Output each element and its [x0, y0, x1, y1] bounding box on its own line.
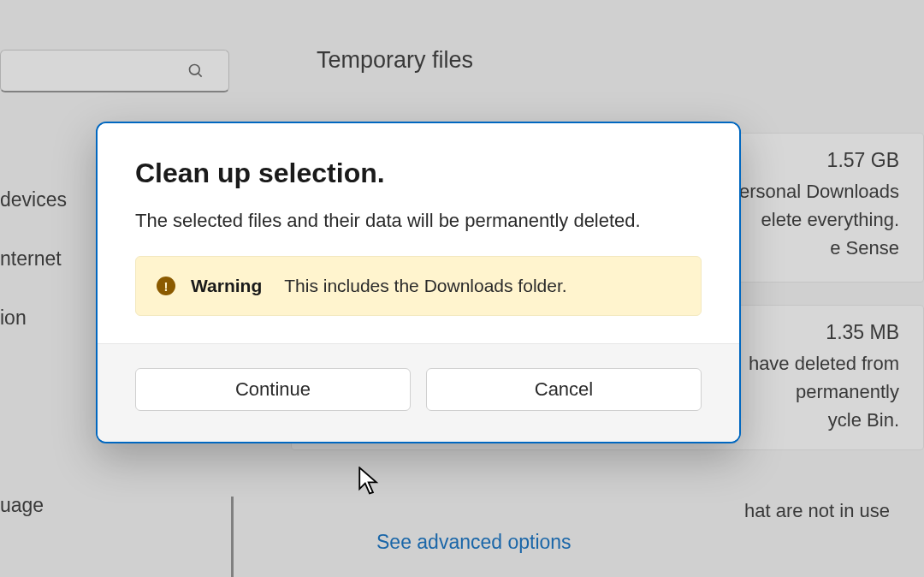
dialog-footer: Continue Cancel — [98, 343, 739, 442]
dialog-message: The selected files and their data will b… — [135, 210, 702, 232]
cleanup-dialog: Clean up selection. The selected files a… — [96, 122, 741, 443]
dialog-body: Clean up selection. The selected files a… — [98, 123, 739, 343]
dialog-title: Clean up selection. — [135, 158, 702, 189]
warning-icon: ! — [157, 277, 175, 295]
continue-button[interactable]: Continue — [135, 368, 411, 411]
warning-label: Warning — [191, 276, 262, 296]
warning-bar: ! Warning This includes the Downloads fo… — [135, 256, 702, 316]
cancel-button[interactable]: Cancel — [426, 368, 702, 411]
warning-text: This includes the Downloads folder. — [284, 276, 566, 296]
